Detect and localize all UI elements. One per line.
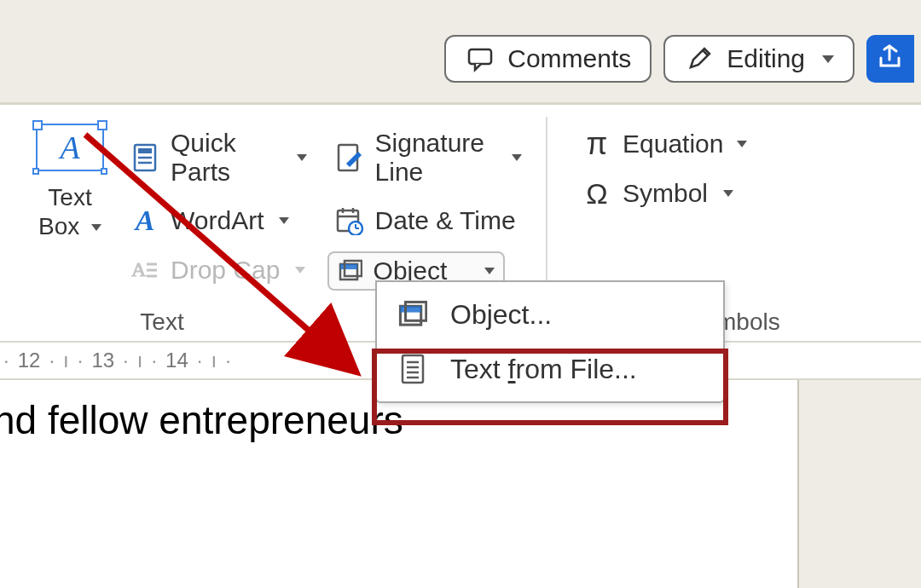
signature-icon <box>334 142 365 173</box>
speech-bubble-icon <box>465 43 495 74</box>
pi-icon: π <box>582 129 612 159</box>
drop-cap-label: Drop Cap <box>171 256 280 285</box>
chevron-down-icon <box>484 268 495 274</box>
dropdown-object-label: Object... <box>450 299 552 331</box>
signature-line-button[interactable]: Signature Line <box>327 125 529 190</box>
chevron-down-icon <box>297 154 307 161</box>
dropdown-text-from-file-label: Text from File... <box>450 354 637 385</box>
equation-button[interactable]: π Equation <box>575 125 904 163</box>
equation-label: Equation <box>623 130 723 159</box>
chevron-down-icon <box>295 267 305 274</box>
svg-rect-0 <box>469 49 491 64</box>
svg-rect-18 <box>340 264 357 269</box>
date-time-label: Date & Time <box>375 206 516 235</box>
document-area[interactable]: nd fellow entrepreneurs <box>0 380 797 588</box>
share-button[interactable] <box>866 35 914 83</box>
wordart-label: WordArt <box>171 206 264 235</box>
omega-icon: Ω <box>582 178 612 209</box>
group-label-text: Text <box>0 308 324 336</box>
pencil-icon <box>684 43 715 74</box>
object-icon <box>338 258 363 284</box>
quick-parts-icon <box>130 142 160 173</box>
text-box-label: TextBox <box>38 183 101 240</box>
wordart-button[interactable]: A WordArt <box>123 202 314 239</box>
ruler-mark-12: 12 <box>18 349 41 372</box>
quick-parts-label: Quick Parts <box>171 129 281 187</box>
dropdown-item-object[interactable]: Object... <box>377 287 723 342</box>
chevron-down-icon <box>723 190 733 197</box>
drop-cap-icon: A <box>130 255 160 285</box>
chevron-down-icon <box>91 224 101 231</box>
file-text-icon <box>396 352 430 386</box>
wordart-icon: A <box>130 205 160 236</box>
date-time-button[interactable]: Date & Time <box>327 202 529 239</box>
chevron-down-icon <box>279 217 289 224</box>
object-dropdown: Object... Text from File... <box>375 280 725 403</box>
comments-button[interactable]: Comments <box>444 35 652 83</box>
comments-label: Comments <box>507 44 631 73</box>
svg-rect-2 <box>138 148 152 153</box>
ruler-mark-14: 14 <box>165 349 188 372</box>
calendar-clock-icon <box>334 205 365 236</box>
text-box-button[interactable]: A TextBox <box>10 115 116 341</box>
share-icon <box>876 43 905 75</box>
doc-gutter <box>797 380 921 588</box>
document-text: nd fellow entrepreneurs <box>0 397 403 443</box>
drop-cap-button: A Drop Cap <box>123 251 314 289</box>
chevron-down-icon <box>737 141 747 147</box>
symbol-button[interactable]: Ω Symbol <box>575 175 904 212</box>
dropdown-item-text-from-file[interactable]: Text from File... <box>377 342 723 396</box>
svg-text:A: A <box>131 258 147 280</box>
svg-rect-21 <box>400 306 420 312</box>
symbol-label: Symbol <box>623 179 708 208</box>
object-icon <box>396 297 430 331</box>
ruler-mark-13: 13 <box>91 349 114 372</box>
text-box-icon: A <box>36 124 104 171</box>
signature-line-label: Signature Line <box>375 129 484 187</box>
quick-parts-button[interactable]: Quick Parts <box>123 125 314 190</box>
editing-mode-button[interactable]: Editing <box>663 35 854 83</box>
chevron-down-icon <box>512 154 522 161</box>
editing-label: Editing <box>727 44 805 73</box>
chevron-down-icon <box>822 55 834 63</box>
